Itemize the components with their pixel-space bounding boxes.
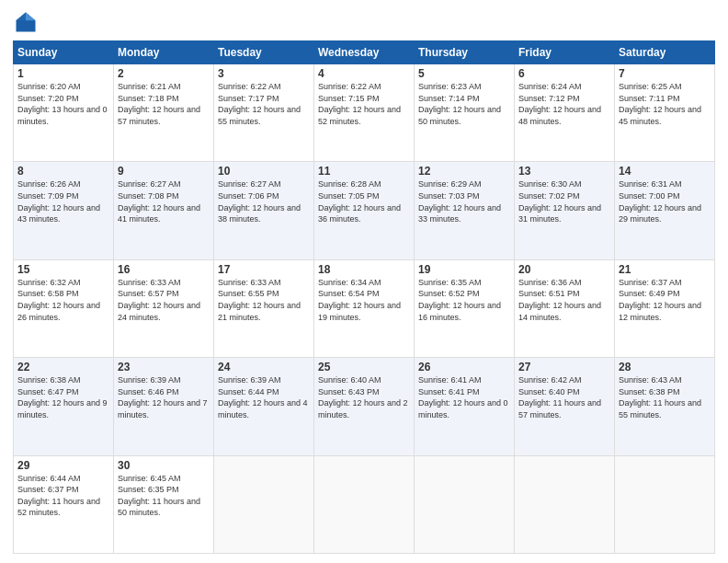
calendar-week-row: 22 Sunrise: 6:38 AMSunset: 6:47 PMDaylig… [14,358,715,455]
cell-info: Sunrise: 6:24 AMSunset: 7:12 PMDaylight:… [518,82,601,126]
day-number: 9 [118,165,210,178]
logo-icon [13,9,39,35]
cell-info: Sunrise: 6:32 AMSunset: 6:58 PMDaylight:… [17,278,100,322]
day-of-week-header: Friday [515,41,615,64]
day-number: 7 [619,67,711,80]
day-number: 20 [518,263,610,276]
cell-info: Sunrise: 6:31 AMSunset: 7:00 PMDaylight:… [619,179,701,224]
day-number: 5 [418,67,510,80]
calendar-day-cell [314,455,415,553]
cell-info: Sunrise: 6:29 AMSunset: 7:03 PMDaylight:… [418,179,501,224]
calendar-day-cell: 15 Sunrise: 6:32 AMSunset: 6:58 PMDaylig… [14,259,114,357]
calendar-day-cell: 9 Sunrise: 6:27 AMSunset: 7:08 PMDayligh… [114,162,214,259]
calendar-day-cell: 30 Sunrise: 6:45 AMSunset: 6:35 PMDaylig… [114,455,214,553]
day-number: 16 [118,263,210,276]
calendar-day-cell: 19 Sunrise: 6:35 AMSunset: 6:52 PMDaylig… [415,259,515,357]
cell-info: Sunrise: 6:30 AMSunset: 7:02 PMDaylight:… [518,179,601,224]
cell-info: Sunrise: 6:21 AMSunset: 7:18 PMDaylight:… [118,82,200,126]
calendar-day-cell: 22 Sunrise: 6:38 AMSunset: 6:47 PMDaylig… [14,358,114,455]
day-number: 30 [118,459,210,472]
calendar-day-cell [615,455,715,553]
day-number: 15 [17,263,109,276]
calendar-day-cell: 12 Sunrise: 6:29 AMSunset: 7:03 PMDaylig… [415,162,515,259]
calendar-day-cell: 29 Sunrise: 6:44 AMSunset: 6:37 PMDaylig… [14,455,114,553]
cell-info: Sunrise: 6:38 AMSunset: 6:47 PMDaylight:… [17,375,108,419]
day-number: 13 [518,165,610,178]
cell-info: Sunrise: 6:35 AMSunset: 6:52 PMDaylight:… [418,278,501,322]
calendar-day-cell: 21 Sunrise: 6:37 AMSunset: 6:49 PMDaylig… [615,259,715,357]
day-of-week-header: Tuesday [214,41,314,64]
day-number: 3 [218,67,310,80]
calendar-day-cell: 27 Sunrise: 6:42 AMSunset: 6:40 PMDaylig… [515,358,615,455]
calendar-day-cell: 13 Sunrise: 6:30 AMSunset: 7:02 PMDaylig… [515,162,615,259]
calendar-day-cell: 25 Sunrise: 6:40 AMSunset: 6:43 PMDaylig… [314,358,415,455]
day-number: 11 [318,165,410,178]
day-number: 27 [518,361,610,373]
day-number: 24 [218,361,310,373]
day-number: 17 [218,263,310,276]
calendar-day-cell: 24 Sunrise: 6:39 AMSunset: 6:44 PMDaylig… [214,358,314,455]
calendar-day-cell: 2 Sunrise: 6:21 AMSunset: 7:18 PMDayligh… [114,64,214,162]
day-number: 18 [318,263,410,276]
logo [13,9,42,35]
cell-info: Sunrise: 6:27 AMSunset: 7:08 PMDaylight:… [118,179,200,224]
header [13,9,715,35]
day-number: 19 [418,263,510,276]
day-number: 14 [619,165,711,178]
cell-info: Sunrise: 6:42 AMSunset: 6:40 PMDaylight:… [518,375,601,419]
calendar-page: SundayMondayTuesdayWednesdayThursdayFrid… [0,0,728,563]
cell-info: Sunrise: 6:40 AMSunset: 6:43 PMDaylight:… [318,375,408,419]
day-number: 1 [17,67,109,80]
calendar-header-row: SundayMondayTuesdayWednesdayThursdayFrid… [14,41,715,64]
calendar-day-cell: 16 Sunrise: 6:33 AMSunset: 6:57 PMDaylig… [114,259,214,357]
cell-info: Sunrise: 6:34 AMSunset: 6:54 PMDaylight:… [318,278,401,322]
calendar-week-row: 15 Sunrise: 6:32 AMSunset: 6:58 PMDaylig… [14,259,715,357]
day-number: 26 [418,361,510,373]
cell-info: Sunrise: 6:22 AMSunset: 7:15 PMDaylight:… [318,82,401,126]
day-of-week-header: Wednesday [314,41,415,64]
cell-info: Sunrise: 6:33 AMSunset: 6:57 PMDaylight:… [118,278,200,322]
calendar-day-cell: 10 Sunrise: 6:27 AMSunset: 7:06 PMDaylig… [214,162,314,259]
day-number: 10 [218,165,310,178]
cell-info: Sunrise: 6:45 AMSunset: 6:35 PMDaylight:… [118,474,200,518]
calendar-day-cell [415,455,515,553]
day-number: 6 [518,67,610,80]
day-number: 12 [418,165,510,178]
cell-info: Sunrise: 6:39 AMSunset: 6:44 PMDaylight:… [218,375,308,419]
day-number: 28 [619,361,711,373]
cell-info: Sunrise: 6:26 AMSunset: 7:09 PMDaylight:… [17,179,100,224]
calendar-day-cell: 7 Sunrise: 6:25 AMSunset: 7:11 PMDayligh… [615,64,715,162]
svg-marker-2 [17,13,27,21]
calendar-day-cell: 1 Sunrise: 6:20 AMSunset: 7:20 PMDayligh… [14,64,114,162]
cell-info: Sunrise: 6:44 AMSunset: 6:37 PMDaylight:… [17,474,100,518]
calendar-day-cell: 4 Sunrise: 6:22 AMSunset: 7:15 PMDayligh… [314,64,415,162]
day-number: 2 [118,67,210,80]
cell-info: Sunrise: 6:37 AMSunset: 6:49 PMDaylight:… [619,278,701,322]
cell-info: Sunrise: 6:20 AMSunset: 7:20 PMDaylight:… [17,82,108,126]
calendar-day-cell: 8 Sunrise: 6:26 AMSunset: 7:09 PMDayligh… [14,162,114,259]
calendar-week-row: 8 Sunrise: 6:26 AMSunset: 7:09 PMDayligh… [14,162,715,259]
cell-info: Sunrise: 6:23 AMSunset: 7:14 PMDaylight:… [418,82,501,126]
calendar-day-cell: 28 Sunrise: 6:43 AMSunset: 6:38 PMDaylig… [615,358,715,455]
calendar-day-cell: 18 Sunrise: 6:34 AMSunset: 6:54 PMDaylig… [314,259,415,357]
calendar-table: SundayMondayTuesdayWednesdayThursdayFrid… [13,40,715,554]
day-number: 23 [118,361,210,373]
cell-info: Sunrise: 6:22 AMSunset: 7:17 PMDaylight:… [218,82,301,126]
calendar-day-cell: 11 Sunrise: 6:28 AMSunset: 7:05 PMDaylig… [314,162,415,259]
cell-info: Sunrise: 6:28 AMSunset: 7:05 PMDaylight:… [318,179,401,224]
day-number: 21 [619,263,711,276]
calendar-week-row: 29 Sunrise: 6:44 AMSunset: 6:37 PMDaylig… [14,455,715,553]
calendar-day-cell: 23 Sunrise: 6:39 AMSunset: 6:46 PMDaylig… [114,358,214,455]
day-of-week-header: Thursday [415,41,515,64]
day-number: 29 [17,459,109,472]
calendar-day-cell: 14 Sunrise: 6:31 AMSunset: 7:00 PMDaylig… [615,162,715,259]
day-of-week-header: Monday [114,41,214,64]
day-number: 25 [318,361,410,373]
cell-info: Sunrise: 6:27 AMSunset: 7:06 PMDaylight:… [218,179,301,224]
calendar-day-cell: 6 Sunrise: 6:24 AMSunset: 7:12 PMDayligh… [515,64,615,162]
cell-info: Sunrise: 6:39 AMSunset: 6:46 PMDaylight:… [118,375,208,419]
cell-info: Sunrise: 6:33 AMSunset: 6:55 PMDaylight:… [218,278,301,322]
calendar-day-cell: 5 Sunrise: 6:23 AMSunset: 7:14 PMDayligh… [415,64,515,162]
cell-info: Sunrise: 6:36 AMSunset: 6:51 PMDaylight:… [518,278,601,322]
calendar-day-cell: 17 Sunrise: 6:33 AMSunset: 6:55 PMDaylig… [214,259,314,357]
